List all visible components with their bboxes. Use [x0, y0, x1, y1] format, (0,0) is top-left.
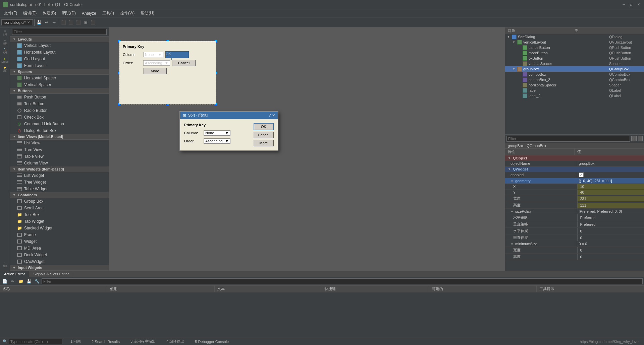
- sidebar-build[interactable]: 🔨 构建: [1, 47, 9, 56]
- obj-group-box[interactable]: ▼ groupBox QGroupBox: [505, 66, 644, 72]
- qobject-group[interactable]: ▼ QObject: [505, 155, 644, 161]
- item-qax-widget[interactable]: QAxWidget: [10, 258, 109, 265]
- item-stacked-widget[interactable]: 📁 Stacked Widget: [10, 225, 109, 231]
- widget-filter-input[interactable]: [12, 29, 107, 35]
- action-save-btn[interactable]: 💾: [25, 278, 32, 285]
- item-dialog-button-box[interactable]: ⊙ Dialog Button Box: [10, 127, 109, 134]
- props-filter-input[interactable]: [506, 136, 630, 142]
- prop-min-height-value[interactable]: 0: [578, 254, 644, 260]
- item-tree-view[interactable]: Tree View: [10, 146, 109, 153]
- minimize-btn[interactable]: ─: [621, 2, 627, 7]
- props-add-btn[interactable]: +: [631, 136, 637, 141]
- column-combo[interactable]: None ▼: [143, 52, 163, 57]
- status-debugger[interactable]: 5 Debugger Console: [192, 339, 231, 344]
- obj-cancel-button[interactable]: cancelButton QPushButton: [505, 45, 644, 50]
- item-frame[interactable]: Frame: [10, 231, 109, 238]
- sort-order-combo[interactable]: Ascending ▼: [204, 138, 230, 144]
- menu-file[interactable]: 文件(F): [1, 10, 20, 17]
- status-problems[interactable]: 1 问题: [68, 339, 84, 344]
- item-horizontal-spacer[interactable]: Horizontal Spacer: [10, 75, 109, 81]
- item-tool-box[interactable]: 📁 Tool Box: [10, 211, 109, 218]
- obj-label-2[interactable]: label_2 QLabel: [505, 93, 644, 98]
- item-widget[interactable]: Widget: [10, 238, 109, 245]
- sort-close-btn[interactable]: ✕: [272, 113, 275, 118]
- section-item-widgets[interactable]: ▼ Item Widgets (Item-Based): [10, 166, 109, 172]
- prop-height-value[interactable]: 111: [578, 203, 644, 208]
- action-edit-btn[interactable]: ✏: [9, 278, 16, 285]
- item-tree-widget[interactable]: Tree Widget: [10, 179, 109, 186]
- prop-y-value[interactable]: 40: [578, 190, 644, 195]
- tab-action-editor[interactable]: Action Editor: [0, 271, 29, 277]
- more-btn-design[interactable]: More: [143, 68, 167, 74]
- item-tool-button[interactable]: Tool Button: [10, 100, 109, 107]
- obj-more-button[interactable]: moreButton QPushButton: [505, 50, 644, 56]
- item-list-widget[interactable]: List Widget: [10, 172, 109, 179]
- status-search[interactable]: 2 Search Results: [89, 339, 122, 344]
- prop-min-size-value[interactable]: 0 × 0: [576, 241, 644, 247]
- obj-combo-box[interactable]: comboBox QComboBox: [505, 72, 644, 77]
- item-scroll-area[interactable]: Scroll Area: [10, 205, 109, 211]
- prop-width-value[interactable]: 231: [578, 196, 644, 201]
- status-app-output[interactable]: 3 应用程序输出: [128, 339, 158, 344]
- section-spacers[interactable]: ▼ Spacers: [10, 69, 109, 75]
- sort-cancel-button[interactable]: Cancel: [254, 132, 274, 138]
- section-layouts[interactable]: ▼ Layouts: [10, 37, 109, 42]
- maximize-btn[interactable]: □: [629, 2, 634, 7]
- toolbar-redo-btn[interactable]: ↪: [51, 19, 57, 26]
- obj-ok-button[interactable]: okButton QPushButton: [505, 56, 644, 61]
- menu-debug[interactable]: 调试(D): [59, 10, 78, 17]
- prop-size-policy-value[interactable]: [Preferred, Preferred, 0, 0]: [576, 209, 644, 214]
- prop-x-value[interactable]: 10: [578, 184, 644, 189]
- props-remove-btn[interactable]: -: [638, 136, 643, 141]
- menu-help[interactable]: 帮助(H): [138, 10, 157, 17]
- section-item-views[interactable]: ▼ Item Views (Model-Based): [10, 134, 109, 140]
- tab-signals-slots[interactable]: Signals & Slots Editor: [29, 271, 73, 277]
- action-filter-input[interactable]: [42, 278, 643, 284]
- canvas-background[interactable]: Primary Key Column: None ▼ OK Order:: [109, 27, 505, 271]
- item-group-box[interactable]: Group Box: [10, 198, 109, 205]
- enabled-checkbox[interactable]: ✓: [579, 172, 584, 177]
- toolbar-more-btn[interactable]: ⬛: [90, 19, 97, 26]
- item-vertical-layout[interactable]: Vertical Layout: [10, 42, 109, 49]
- menu-edit[interactable]: 编辑(E): [20, 10, 39, 17]
- item-column-view[interactable]: Column View: [10, 160, 109, 166]
- action-open-btn[interactable]: 📁: [17, 278, 24, 285]
- sidebar-edit[interactable]: ✏ 编辑: [1, 38, 9, 47]
- menu-build[interactable]: 构建(B): [40, 10, 59, 17]
- menu-controls[interactable]: 控件(W): [117, 10, 137, 17]
- prop-v-stretch-value[interactable]: 0: [578, 235, 644, 240]
- sort-dialog[interactable]: ⊞ Sort - [预览] ? ✕ Primary Key Column:: [179, 111, 278, 151]
- obj-combo-box-2[interactable]: comboBox_2 QComboBox: [505, 77, 644, 82]
- cancel-btn-design[interactable]: Cancel: [172, 60, 196, 66]
- section-containers[interactable]: ▼ Containers: [10, 192, 109, 198]
- item-vertical-spacer[interactable]: Vertical Spacer: [10, 81, 109, 88]
- file-tab[interactable]: sortdialog.ui* ✕: [1, 19, 33, 25]
- toolbar-align-left-btn[interactable]: ⬛: [60, 19, 67, 26]
- sidebar-welcome[interactable]: ⊞ 欢迎: [1, 29, 9, 38]
- obj-sort-dialog[interactable]: ▼ SortDialog QDialog: [505, 34, 644, 40]
- close-btn[interactable]: ✕: [636, 2, 641, 7]
- sort-help-btn[interactable]: ?: [269, 113, 271, 118]
- prop-object-name-value[interactable]: groupBox: [576, 161, 644, 166]
- file-tab-close[interactable]: ✕: [27, 20, 30, 24]
- prop-v-policy-value[interactable]: Preferred: [578, 222, 644, 227]
- item-list-view[interactable]: List View: [10, 140, 109, 146]
- sidebar-debug[interactable]: 🐛 Debug: [1, 56, 9, 65]
- locate-input[interactable]: [9, 339, 62, 344]
- action-new-btn[interactable]: 📄: [1, 278, 8, 285]
- obj-vertical-layout[interactable]: ▼ verticalLayout QVBoxLayout: [505, 40, 644, 45]
- ok-btn-design[interactable]: OK: [165, 51, 189, 58]
- obj-vertical-spacer[interactable]: verticalSpacer Spacer: [505, 61, 644, 66]
- sort-column-combo[interactable]: None ▼: [204, 130, 230, 136]
- status-compile-output[interactable]: 4 编译输出: [164, 339, 187, 344]
- obj-label[interactable]: label QLabel: [505, 88, 644, 93]
- toolbar-undo-btn[interactable]: ↩: [43, 19, 50, 26]
- prop-h-policy-value[interactable]: Preferred: [578, 215, 644, 220]
- toolbar-grid-btn[interactable]: ⊞: [83, 19, 89, 26]
- form-selection-area[interactable]: Primary Key Column: None ▼ OK Order:: [119, 41, 216, 105]
- item-dock-widget[interactable]: Dock Widget: [10, 252, 109, 258]
- item-horizontal-layout[interactable]: Horizontal Layout: [10, 49, 109, 56]
- order-combo[interactable]: Ascending ▼: [143, 60, 170, 66]
- sidebar-help[interactable]: ? 帮助: [1, 261, 9, 269]
- qwidget-group[interactable]: ▼ QWidget: [505, 166, 644, 172]
